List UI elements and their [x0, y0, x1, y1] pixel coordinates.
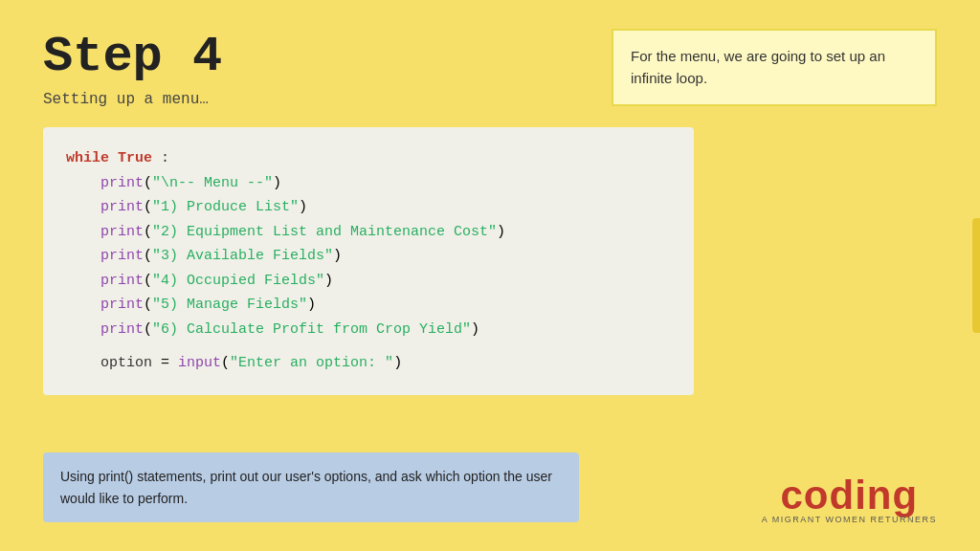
- bottom-note-text: Using print() statements, print out our …: [60, 469, 552, 505]
- str-input: "Enter an option: ": [230, 355, 393, 371]
- code-line-6: print("5) Manage Fields"): [66, 293, 671, 318]
- str-6: "5) Manage Fields": [152, 297, 307, 313]
- keyword-true: True: [118, 150, 152, 166]
- str-5: "4) Occupied Fields": [152, 273, 324, 289]
- code-line-4: print("3) Available Fields"): [66, 244, 671, 269]
- str-2: "1) Produce List": [152, 199, 299, 215]
- code-line-3: print("2) Equipment List and Maintenance…: [66, 220, 671, 245]
- kw-print-6: print: [100, 297, 144, 313]
- kw-print-1: print: [100, 175, 144, 191]
- keyword-while: while: [66, 150, 109, 166]
- code-line-while: while True :: [66, 146, 671, 171]
- info-bubble: For the menu, we are going to set up an …: [612, 29, 937, 106]
- bubble-text: For the menu, we are going to set up an …: [631, 48, 885, 86]
- code-blank-line: [66, 342, 671, 351]
- str-3: "2) Equipment List and Maintenance Cost": [152, 224, 497, 240]
- code-line-input: option = input("Enter an option: "): [66, 351, 671, 376]
- str-4: "3) Available Fields": [152, 248, 333, 264]
- code-line-1: print("\n-- Menu --"): [66, 171, 671, 196]
- code-line-7: print("6) Calculate Profit from Crop Yie…: [66, 318, 671, 342]
- code-line-5: print("4) Occupied Fields"): [66, 269, 671, 294]
- kw-print-4: print: [100, 248, 144, 264]
- logo-sub-text: A MIGRANT WOMEN RETURNERS: [762, 515, 937, 524]
- kw-print-7: print: [100, 321, 144, 338]
- str-7: "6) Calculate Profit from Crop Yield": [152, 321, 471, 338]
- kw-print-3: print: [100, 224, 144, 240]
- right-accent-bar: [972, 218, 980, 333]
- code-line-2: print("1) Produce List"): [66, 195, 671, 220]
- kw-print-5: print: [100, 273, 144, 289]
- bottom-note: Using print() statements, print out our …: [43, 452, 579, 522]
- kw-input: input: [178, 355, 221, 371]
- kw-print-2: print: [100, 199, 144, 215]
- logo-main-text: coding: [762, 473, 937, 518]
- str-1: "\n-- Menu --": [152, 175, 273, 191]
- main-container: Step 4 Setting up a menu… For the menu, …: [0, 0, 980, 551]
- var-option: option: [100, 355, 152, 371]
- code-block: while True : print("\n-- Menu --") print…: [43, 127, 694, 395]
- coding-logo: coding A MIGRANT WOMEN RETURNERS: [762, 473, 937, 524]
